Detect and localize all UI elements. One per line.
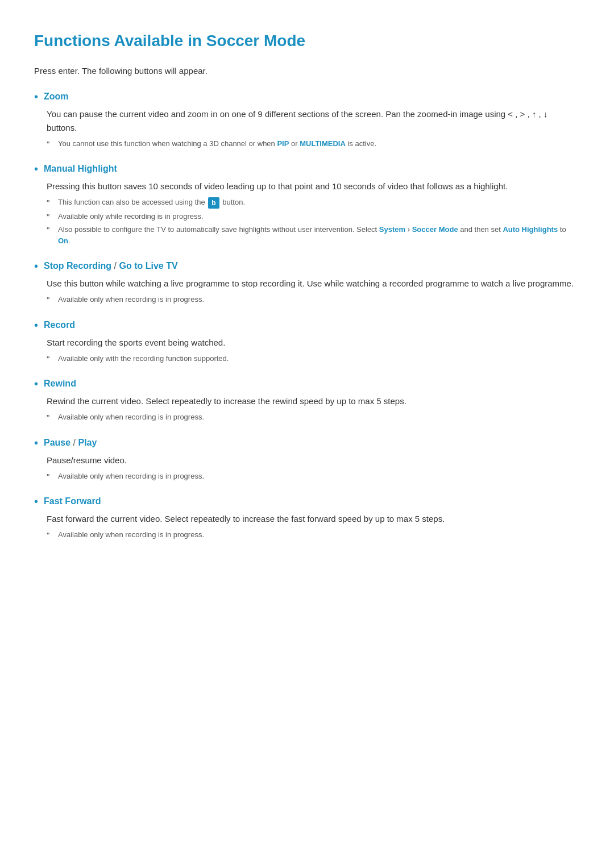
stop-recording-notes: Available only when recording is in prog… [34,294,580,305]
list-item-stop-recording: • Stop Recording / Go to Live TV Use thi… [34,259,580,305]
item-body-rewind: Rewind the current video. Select repeate… [34,394,580,408]
bullet-icon: • [34,494,38,509]
rewind-note-1: Available only when recording is in prog… [47,412,580,423]
title-separator: / [70,438,78,447]
bullet-icon: • [34,435,38,450]
item-title-manual-highlight: Manual Highlight [44,161,117,176]
list-item-manual-highlight: • Manual Highlight Pressing this button … [34,161,580,246]
bullet-icon: • [34,259,38,273]
pip-highlight: PIP [277,139,289,148]
record-notes: Available only with the recording functi… [34,353,580,364]
item-title-fast-forward: Fast Forward [44,494,101,509]
item-title-record: Record [44,318,75,333]
item-title-stop-recording: Stop Recording / Go to Live TV [44,259,178,273]
b-button-symbol: b [208,197,219,209]
bullet-icon: • [34,89,38,104]
item-title-rewind: Rewind [44,376,76,391]
on-link: On [58,236,68,245]
manual-highlight-notes: This function can also be accessed using… [34,197,580,246]
manual-highlight-note-3: Also possible to configure the TV to aut… [47,224,580,246]
list-item-record: • Record Start recording the sports even… [34,318,580,364]
zoom-notes: You cannot use this function when watchi… [34,138,580,149]
auto-highlights-link: Auto Highlights [503,225,558,234]
item-body-zoom: You can pause the current video and zoom… [34,107,580,135]
stop-recording-note-1: Available only when recording is in prog… [47,294,580,305]
manual-highlight-note-2: Available only while recording is in pro… [47,211,580,222]
functions-list: • Zoom You can pause the current video a… [34,89,580,541]
pause-play-note-1: Available only when recording is in prog… [47,471,580,482]
item-title-pause-play: Pause / Play [44,435,97,450]
list-item-zoom: • Zoom You can pause the current video a… [34,89,580,149]
manual-highlight-note-1: This function can also be accessed using… [47,197,580,209]
bullet-icon: • [34,318,38,333]
item-body-record: Start recording the sports event being w… [34,336,580,350]
bullet-icon: • [34,161,38,176]
bullet-icon: • [34,376,38,391]
pause-play-notes: Available only when recording is in prog… [34,471,580,482]
fast-forward-note-1: Available only when recording is in prog… [47,529,580,541]
soccer-mode-link: Soccer Mode [412,225,458,234]
page-title: Functions Available in Soccer Mode [34,28,580,54]
list-item-pause-play: • Pause / Play Pause/resume video. Avail… [34,435,580,482]
item-title-zoom: Zoom [44,89,69,104]
list-item-rewind: • Rewind Rewind the current video. Selec… [34,376,580,423]
title-separator: / [111,261,119,271]
system-link: System [379,225,405,234]
nav-arrow: › [408,225,410,234]
intro-text: Press enter. The following buttons will … [34,64,580,78]
rewind-notes: Available only when recording is in prog… [34,412,580,423]
item-body-manual-highlight: Pressing this button saves 10 seconds of… [34,180,580,193]
zoom-note-1: You cannot use this function when watchi… [47,138,580,149]
item-body-stop-recording: Use this button while watching a live pr… [34,277,580,290]
list-item-fast-forward: • Fast Forward Fast forward the current … [34,494,580,541]
record-note-1: Available only with the recording functi… [47,353,580,364]
item-body-fast-forward: Fast forward the current video. Select r… [34,512,580,526]
fast-forward-notes: Available only when recording is in prog… [34,529,580,541]
item-body-pause-play: Pause/resume video. [34,454,580,467]
multimedia-highlight: MULTIMEDIA [300,139,346,148]
